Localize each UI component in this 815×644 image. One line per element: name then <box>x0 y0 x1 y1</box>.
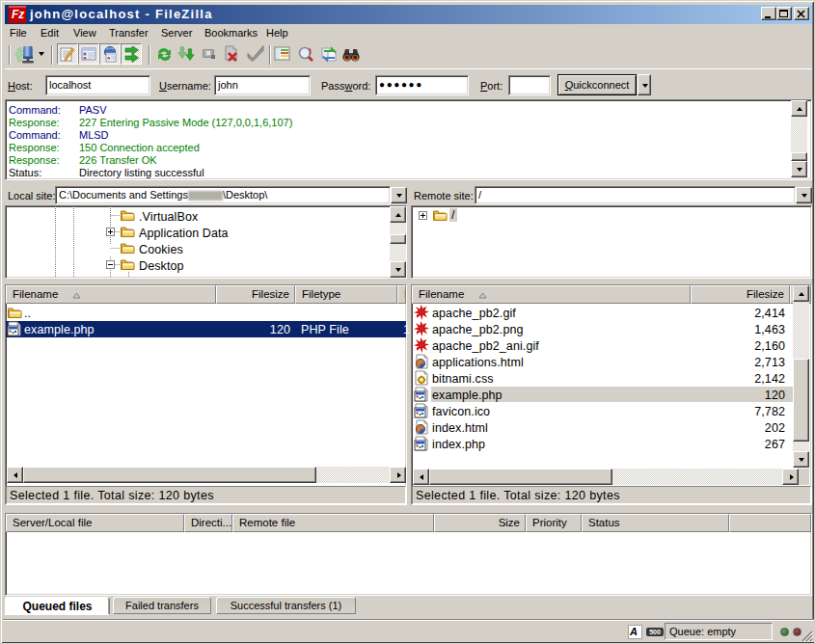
svg-text:Fz: Fz <box>12 8 24 21</box>
